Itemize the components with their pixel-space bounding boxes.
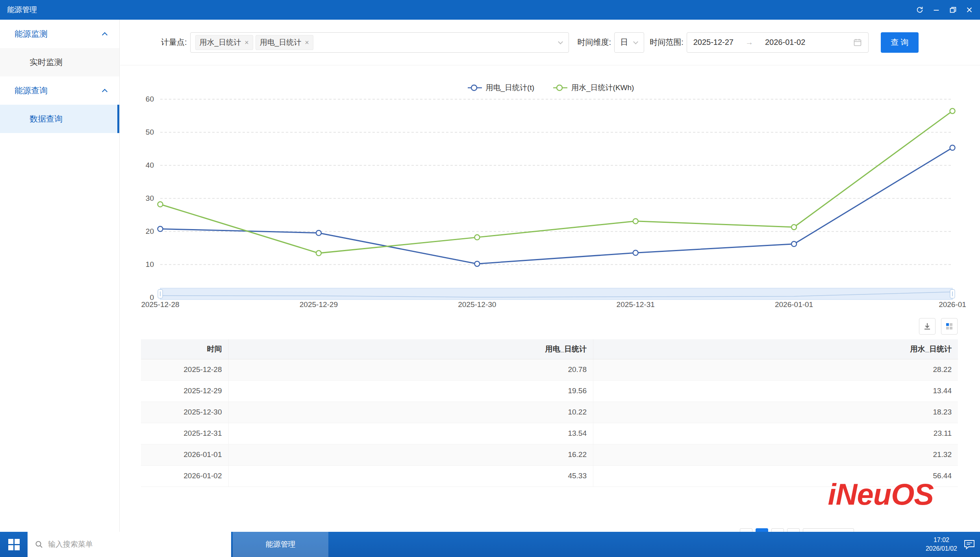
sidebar-group-label: 能源监测: [15, 28, 48, 39]
sidebar-item-label: 实时监测: [30, 57, 63, 68]
legend-marker-icon: [467, 83, 483, 92]
svg-text:40: 40: [146, 161, 154, 169]
table-row: 2025-12-3010.2218.23: [141, 402, 958, 423]
svg-text:2026-01: 2026-01: [939, 300, 966, 309]
line-chart[interactable]: 01020304050602025-12-282025-12-292025-12…: [120, 65, 980, 325]
sidebar-item-data-query[interactable]: 数据查询: [0, 105, 119, 133]
table-header-row: 时间用电_日统计用水_日统计: [141, 339, 958, 359]
tag-label: 用水_日统计: [200, 37, 241, 48]
range-start-date: 2025-12-27: [693, 38, 734, 47]
col-header-2: 用水_日统计: [593, 339, 958, 359]
pagination: 1: [740, 528, 854, 532]
main-content: 计量点: 用水_日统计 × 用电_日统计 × 时间维度: 日 时间范围: 202…: [120, 20, 980, 532]
metering-point-select[interactable]: 用水_日统计 × 用电_日统计 ×: [190, 32, 569, 53]
grid-lines: 0102030405060: [146, 95, 952, 302]
table-cell: 2025-12-29: [141, 380, 228, 402]
sidebar-item-realtime-monitoring[interactable]: 实时监测: [0, 48, 119, 76]
remove-tag-icon[interactable]: ×: [305, 39, 309, 46]
taskbar-clock[interactable]: 17:02 2026/01/02: [926, 536, 957, 553]
table-row: 2025-12-2919.5613.44: [141, 380, 958, 402]
sidebar-item-label: 数据查询: [30, 113, 63, 124]
search-input[interactable]: [48, 540, 224, 549]
pagination-next-button[interactable]: [771, 528, 784, 532]
legend-marker-icon: [552, 83, 568, 92]
start-button[interactable]: [0, 532, 28, 557]
table-toolbar: [919, 318, 958, 335]
table-cell: 23.11: [593, 423, 958, 444]
minimize-icon[interactable]: [928, 0, 945, 20]
taskbar-app-energy-management[interactable]: 能源管理: [233, 532, 328, 557]
close-icon[interactable]: [961, 0, 978, 20]
legend-item-0[interactable]: 用电_日统计(t): [467, 83, 535, 93]
table-cell: 28.22: [593, 359, 958, 380]
maximize-icon[interactable]: [945, 0, 961, 20]
windows-logo-icon: [8, 539, 20, 550]
chat-icon[interactable]: [963, 539, 975, 550]
metering-point-label: 计量点:: [161, 37, 187, 48]
refresh-icon[interactable]: [911, 0, 928, 20]
chevron-up-icon: [102, 32, 107, 38]
taskbar-right: 17:02 2026/01/02: [926, 532, 975, 557]
table-cell: 13.44: [593, 380, 958, 402]
pagination-current-page[interactable]: 1: [756, 528, 768, 532]
chart-area: 用电_日统计(t)用水_日统计(KWh) 01020304050602025-1…: [120, 65, 980, 325]
table-cell: 20.78: [228, 359, 593, 380]
sidebar: 能源监测 实时监测 能源查询 数据查询: [0, 20, 120, 532]
table-row: 2026-01-0116.2221.32: [141, 444, 958, 465]
table-cell: 16.22: [228, 444, 593, 465]
table-cell: 2026-01-02: [141, 465, 228, 487]
time-dimension-label: 时间维度:: [578, 37, 611, 48]
table-cell: 2025-12-30: [141, 402, 228, 423]
selected-tag-water: 用水_日统计 ×: [195, 35, 253, 50]
window-titlebar: 能源管理: [0, 0, 980, 20]
series-electricity: [158, 145, 955, 266]
pagination-jump-button[interactable]: [787, 528, 800, 532]
window-controls: [911, 0, 978, 20]
datazoom-slider[interactable]: [158, 288, 955, 300]
range-arrow: →: [745, 38, 753, 47]
filter-bar: 计量点: 用水_日统计 × 用电_日统计 × 时间维度: 日 时间范围: 202…: [120, 20, 980, 65]
svg-text:20: 20: [146, 227, 154, 235]
sidebar-group-energy-query[interactable]: 能源查询: [0, 76, 119, 105]
svg-text:50: 50: [146, 128, 154, 136]
time-dimension-select[interactable]: 日: [614, 32, 644, 53]
x-axis-labels: 2025-12-282025-12-292025-12-302025-12-31…: [141, 300, 966, 309]
table-cell: 13.54: [228, 423, 593, 444]
time-range-label: 时间范围:: [650, 37, 684, 48]
page-size-select[interactable]: [803, 528, 854, 532]
download-icon[interactable]: [919, 318, 936, 335]
col-header-0: 时间: [141, 339, 228, 359]
search-icon: [35, 540, 43, 549]
chevron-up-icon: [102, 89, 107, 94]
svg-text:2026-01-01: 2026-01-01: [775, 300, 813, 309]
table-cell: 2026-01-01: [141, 444, 228, 465]
table-cell: 21.32: [593, 444, 958, 465]
sidebar-group-label: 能源查询: [15, 85, 48, 96]
chevron-down-icon: [633, 39, 638, 44]
table-cell: 19.56: [228, 380, 593, 402]
query-button[interactable]: 查 询: [881, 32, 919, 53]
window-title: 能源管理: [7, 5, 37, 15]
taskbar-search[interactable]: [28, 532, 231, 557]
pagination-prev-button[interactable]: [740, 528, 752, 532]
selected-tag-electricity: 用电_日统计 ×: [256, 35, 313, 50]
date-range-picker[interactable]: 2025-12-27 → 2026-01-02: [687, 32, 869, 53]
svg-text:2025-12-31: 2025-12-31: [617, 300, 655, 309]
table-cell: 2025-12-31: [141, 423, 228, 444]
table-cell: 45.33: [228, 465, 593, 487]
column-settings-icon[interactable]: [941, 318, 958, 335]
svg-text:60: 60: [146, 95, 154, 103]
col-header-1: 用电_日统计: [228, 339, 593, 359]
legend-label: 用水_日统计(KWh): [571, 83, 634, 93]
series-water: [158, 108, 955, 255]
legend-item-1[interactable]: 用水_日统计(KWh): [552, 83, 634, 93]
remove-tag-icon[interactable]: ×: [245, 39, 249, 46]
table-row: 2025-12-2820.7828.22: [141, 359, 958, 380]
svg-text:10: 10: [146, 260, 154, 268]
sidebar-group-energy-monitoring[interactable]: 能源监测: [0, 20, 119, 48]
data-table: 时间用电_日统计用水_日统计 2025-12-2820.7828.222025-…: [141, 339, 958, 487]
table-row: 2025-12-3113.5423.11: [141, 423, 958, 444]
chevron-down-icon: [558, 39, 563, 44]
calendar-icon: [853, 38, 862, 47]
svg-text:2025-12-30: 2025-12-30: [458, 300, 496, 309]
